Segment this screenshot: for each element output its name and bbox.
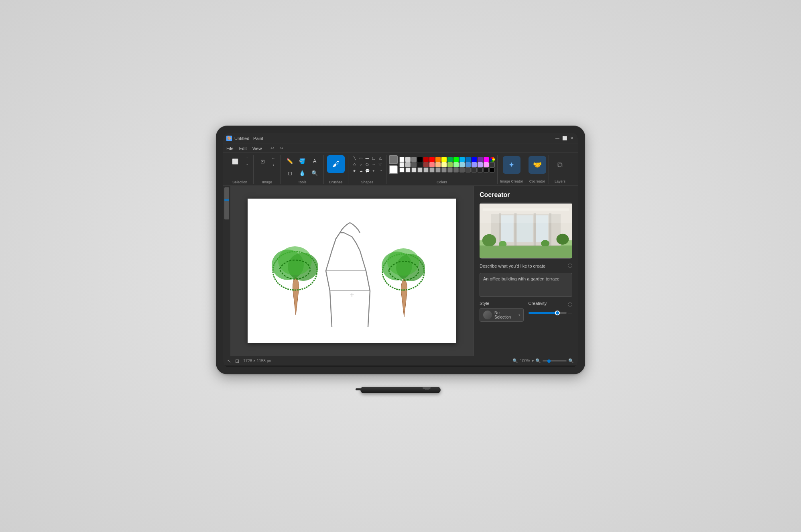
cocreator-toolbar-button[interactable]: 🤝 <box>529 156 546 174</box>
color-magenta[interactable] <box>484 157 489 162</box>
color-custom5[interactable] <box>423 167 429 173</box>
color-yellow[interactable] <box>441 157 447 162</box>
color-custom3[interactable] <box>411 167 417 173</box>
pencil-button[interactable]: ✏️ <box>284 155 295 167</box>
menu-file[interactable]: File <box>226 146 234 151</box>
maximize-button[interactable]: ⬜ <box>562 136 567 141</box>
color-custom10[interactable] <box>453 167 459 173</box>
creativity-slider[interactable] <box>529 312 567 314</box>
shape-more[interactable]: ⋯ <box>377 168 383 174</box>
color-lavender[interactable] <box>478 162 483 167</box>
color-dkblue[interactable] <box>472 157 477 162</box>
color-red[interactable] <box>429 157 435 162</box>
color-spectrum[interactable] <box>490 157 495 162</box>
zoom-slider[interactable] <box>543 360 567 361</box>
selection-sub2-button[interactable]: ⋯ <box>242 162 250 167</box>
color-ltcyan[interactable] <box>459 162 465 167</box>
image-sub2-button[interactable]: ↕ <box>269 162 277 167</box>
color-ltpurple[interactable] <box>472 162 477 167</box>
color-nearwhite[interactable] <box>399 162 405 167</box>
selection-rect-button[interactable]: ⬜ <box>230 156 241 167</box>
color-blue[interactable] <box>466 157 471 162</box>
color-ltyellow[interactable] <box>441 162 447 167</box>
color-ltorange[interactable] <box>435 162 441 167</box>
foreground-color[interactable] <box>389 155 398 164</box>
eraser-button[interactable]: ◻ <box>284 167 295 179</box>
color-ltgreen[interactable] <box>447 162 453 167</box>
color-custom4[interactable] <box>417 167 423 173</box>
color-ltlime[interactable] <box>453 162 459 167</box>
redo-button[interactable]: ↪ <box>280 146 283 151</box>
shape-fill-rect[interactable]: ▬ <box>364 155 370 161</box>
shape-speech[interactable]: 💬 <box>364 168 370 174</box>
color-ltgray[interactable] <box>405 157 411 162</box>
eyedropper-button[interactable]: 💧 <box>297 167 308 179</box>
color-custom9[interactable] <box>447 167 453 173</box>
background-color[interactable] <box>389 165 398 174</box>
shape-arrow[interactable]: → <box>371 162 376 167</box>
shape-cloud[interactable]: ☁ <box>358 168 364 174</box>
shape-star[interactable]: ★ <box>352 168 357 174</box>
color-darkred2[interactable] <box>423 162 429 167</box>
shape-rect[interactable]: ▭ <box>358 155 364 161</box>
color-custom6[interactable] <box>429 167 435 173</box>
color-custom7[interactable] <box>435 167 441 173</box>
color-custom13[interactable] <box>472 167 477 173</box>
minimize-button[interactable]: — <box>555 136 560 141</box>
shape-heart[interactable]: ♡ <box>377 162 383 167</box>
shape-ellipse[interactable]: ○ <box>358 162 364 167</box>
color-ltblue[interactable] <box>459 157 465 162</box>
color-dark[interactable] <box>490 162 495 167</box>
color-lime[interactable] <box>453 157 459 162</box>
color-custom16[interactable] <box>490 167 495 173</box>
color-custom8[interactable] <box>441 167 447 173</box>
select-tool-status[interactable]: ⊡ <box>235 358 239 364</box>
zoom-dropdown[interactable]: ▾ <box>532 359 534 363</box>
undo-button[interactable]: ↩ <box>270 146 274 151</box>
shape-line[interactable]: ╲ <box>352 155 357 161</box>
creativity-info-icon[interactable]: ⓘ <box>568 302 572 308</box>
close-button[interactable]: ✕ <box>569 136 575 141</box>
color-orange[interactable] <box>435 157 441 162</box>
layers-button[interactable]: ⧉ <box>551 156 569 174</box>
color-ltmagenta[interactable] <box>484 162 489 167</box>
shape-tri[interactable]: △ <box>377 155 383 161</box>
color-custom11[interactable] <box>459 167 465 173</box>
menu-view[interactable]: View <box>252 146 262 151</box>
color-gray[interactable] <box>411 157 417 162</box>
drawing-canvas[interactable] <box>248 199 456 343</box>
color-black[interactable] <box>417 157 423 162</box>
color-ltred[interactable] <box>429 162 435 167</box>
selection-sub1-button[interactable]: ⋯ <box>242 155 250 161</box>
color-purple[interactable] <box>478 157 483 162</box>
zoom-out-icon[interactable]: 🔍 <box>535 358 541 363</box>
zoom-tool-button[interactable]: 🔍 <box>309 167 320 179</box>
image-creator-button[interactable]: ✦ <box>503 156 520 174</box>
color-dkgray[interactable] <box>411 162 417 167</box>
color-custom12[interactable] <box>466 167 471 173</box>
color-green[interactable] <box>447 157 453 162</box>
color-custom2[interactable] <box>405 167 411 173</box>
prompt-input[interactable]: An office building with a garden terrace <box>480 273 572 297</box>
color-ltgray2[interactable] <box>405 162 411 167</box>
color-darkred[interactable] <box>423 157 429 162</box>
menu-edit[interactable]: Edit <box>239 146 247 151</box>
cursor-icon[interactable]: ↖ <box>227 358 231 364</box>
shape-diamond[interactable]: ◇ <box>352 162 357 167</box>
color-white[interactable] <box>399 157 405 162</box>
color-custom1[interactable] <box>399 167 405 173</box>
shape-rounded[interactable]: ▢ <box>371 155 376 161</box>
shape-plus[interactable]: + <box>371 168 376 174</box>
brush-active-button[interactable]: 🖌 <box>327 155 345 173</box>
describe-info-icon[interactable]: ⓘ <box>568 263 572 269</box>
style-dropdown[interactable]: No Selection ▾ <box>480 308 524 322</box>
shape-pent[interactable]: ⬠ <box>364 162 370 167</box>
crop-button[interactable]: ⊡ <box>257 156 268 167</box>
color-custom15[interactable] <box>484 167 489 173</box>
color-nearblack[interactable] <box>417 162 423 167</box>
image-sub1-button[interactable]: ↔ <box>269 155 277 161</box>
fill-button[interactable]: 🪣 <box>297 155 308 167</box>
color-custom14[interactable] <box>478 167 483 173</box>
color-ltblue2[interactable] <box>466 162 471 167</box>
zoom-in-icon[interactable]: 🔍 <box>568 358 574 363</box>
